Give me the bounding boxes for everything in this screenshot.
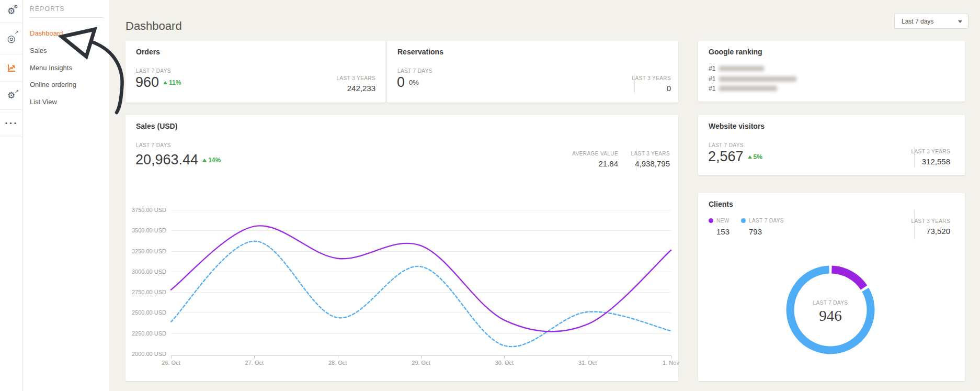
clients-compare-block: LAST 3 YEARS 73,520 [911, 218, 950, 236]
clients-donut-chart [786, 265, 875, 354]
reservations-compare-label: LAST 3 YEARS [632, 75, 671, 81]
legend-label-last7: LAST 7 DAYS [749, 218, 784, 224]
sales-line-previous-period [171, 241, 671, 347]
sidebar-item-menu-insights[interactable]: Menu Insights [30, 64, 72, 72]
legend-label-new: NEW [716, 218, 730, 224]
sidebar-item-sales[interactable]: Sales [30, 47, 47, 54]
reservations-value-row: 0 0% [397, 74, 419, 91]
website-visitors-card: Website visitors LAST 7 DAYS 2,567 5% LA… [698, 115, 965, 175]
x-axis-label: 30. Oct [483, 360, 525, 366]
sidebar-item-dashboard[interactable]: Dashboard [30, 29, 63, 37]
sidebar-item-online-ordering[interactable]: Online ordering [30, 81, 76, 88]
up-triangle-icon [163, 81, 167, 84]
date-range-dropdown[interactable]: Last 7 days [894, 14, 968, 29]
reservations-period-label: LAST 7 DAYS [397, 68, 432, 74]
blurred-keyword [719, 66, 764, 71]
x-axis-label: 1. Nov [650, 360, 692, 366]
orders-compare-value: 242,233 [337, 84, 375, 93]
settings-gear-small-icon: ⚙ [14, 4, 18, 9]
clients-card: Clients NEW 153 LAST 7 DAYS 793 LAST 3 Y… [698, 193, 965, 381]
up-triangle-icon [748, 155, 752, 159]
sales-line-last-7-days [171, 226, 671, 331]
orders-value-row: 960 11% [135, 74, 181, 91]
orders-period-label: LAST 7 DAYS [136, 68, 171, 74]
visitors-value: 2,567 [708, 149, 744, 165]
icon-rail: ⚙ ⚙ ◎ ↗ ⚙ ↗ ••• [0, 0, 23, 391]
sidebar-item-list-view[interactable]: List View [30, 98, 57, 106]
google-ranking-card: Google ranking #1 #1 #1 [698, 41, 965, 102]
visitors-compare-label: LAST 3 YEARS [911, 149, 950, 154]
sidebar-rail-reports-active[interactable] [0, 54, 22, 82]
ranking-entry: #1 [709, 75, 796, 83]
google-ranking-title: Google ranking [709, 48, 762, 56]
y-axis-label: 2500.00 USD [126, 309, 166, 316]
menu-section-title: REPORTS [30, 5, 65, 13]
sales-card: Sales (USD) LAST 7 DAYS 20,963.44 14% AV… [126, 115, 678, 381]
x-axis-label: 27. Oct [233, 360, 275, 366]
donut-segment-new [831, 270, 864, 287]
sidebar-rail-automation[interactable]: ⚙ ↗ [0, 82, 22, 110]
y-axis-label: 2000.00 USD [126, 351, 166, 357]
more-dots-icon: ••• [5, 120, 18, 127]
visitors-compare-block: LAST 3 YEARS 312,558 [911, 149, 950, 166]
target-arrow-icon: ↗ [15, 30, 19, 35]
reservations-compare-value: 0 [632, 84, 671, 93]
last7-dot-icon [741, 218, 746, 223]
sidebar-rail-goals[interactable]: ◎ ↗ [0, 23, 22, 54]
blurred-keyword [719, 86, 777, 91]
ranking-entry: #1 [709, 84, 777, 93]
y-axis-label: 3250.00 USD [126, 248, 166, 254]
clients-card-title: Clients [709, 200, 733, 208]
axis-tick [671, 355, 671, 359]
legend-item-new: NEW 153 [709, 218, 730, 236]
visitors-compare-value: 312,558 [911, 157, 950, 166]
ranking-entry: #1 [709, 64, 764, 73]
sidebar-rail-settings[interactable]: ⚙ ⚙ [0, 0, 22, 23]
sales-lines-svg [171, 207, 671, 359]
orders-value: 960 [135, 74, 159, 91]
page-title: Dashboard [126, 19, 182, 33]
clients-legend: NEW 153 LAST 7 DAYS 793 [709, 218, 784, 236]
x-axis-label: 26. Oct [150, 360, 192, 366]
y-axis-label: 3500.00 USD [126, 227, 166, 233]
y-axis-label: 2750.00 USD [126, 289, 166, 295]
x-axis-label: 31. Oct [567, 360, 609, 366]
reservations-card-title: Reservations [397, 48, 443, 56]
y-axis-label: 3000.00 USD [126, 269, 166, 275]
new-dot-icon [709, 218, 713, 223]
x-axis-label: 29. Oct [400, 360, 442, 366]
visitors-period-label: LAST 7 DAYS [709, 142, 744, 148]
reservations-compare-block: LAST 3 YEARS 0 [632, 75, 671, 93]
automation-arrow-icon: ↗ [15, 89, 19, 94]
orders-card: Orders LAST 7 DAYS 960 11% LAST 3 YEARS … [126, 41, 385, 103]
orders-delta: 11% [163, 79, 181, 86]
legend-item-last7: LAST 7 DAYS 793 [741, 218, 784, 236]
orders-card-title: Orders [136, 48, 160, 56]
orders-compare-block: LAST 3 YEARS 242,233 [337, 75, 375, 93]
clients-compare-label: LAST 3 YEARS [911, 218, 950, 224]
x-axis-label: 28. Oct [317, 360, 359, 366]
reports-menu-panel: REPORTS Dashboard Sales Menu Insights On… [23, 0, 109, 391]
date-range-value: Last 7 days [902, 18, 933, 25]
y-axis-label: 2250.00 USD [126, 330, 166, 337]
orders-compare-label: LAST 3 YEARS [337, 75, 375, 81]
clients-compare-value: 73,520 [911, 227, 950, 236]
reservations-delta: 0% [409, 79, 419, 86]
menu-divider [30, 17, 103, 18]
legend-value-last7: 793 [749, 227, 784, 236]
y-axis-label: 3750.00 USD [126, 207, 166, 213]
reservations-card: Reservations LAST 7 DAYS 0 0% LAST 3 YEA… [387, 41, 678, 103]
target-icon: ◎ [7, 34, 16, 43]
chevron-down-icon [958, 20, 962, 23]
reservations-value: 0 [397, 74, 405, 91]
visitors-card-title: Website visitors [709, 122, 765, 130]
sales-line-chart: 2000.00 USD2250.00 USD2500.00 USD2750.00… [126, 115, 678, 381]
legend-value-new: 153 [716, 227, 730, 236]
visitors-value-row: 2,567 5% [708, 149, 762, 165]
sidebar-rail-more[interactable]: ••• [0, 110, 22, 137]
blurred-keyword [719, 76, 796, 82]
line-chart-icon [7, 63, 16, 73]
visitors-delta: 5% [748, 153, 762, 161]
